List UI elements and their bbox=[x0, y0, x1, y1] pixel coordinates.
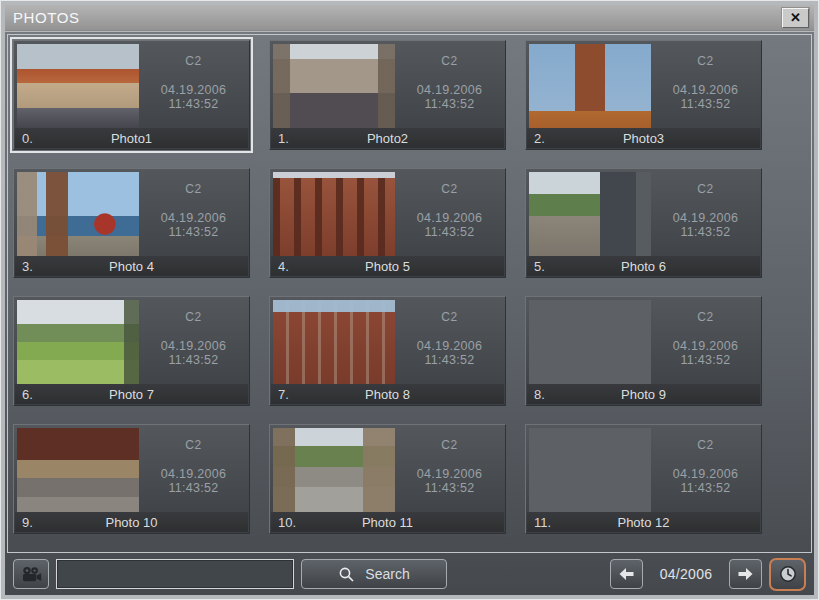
photo-tile[interactable]: C2 04.19.2006 11:43:52 1. Photo2 bbox=[269, 40, 506, 150]
toolbar: Search 04/2006 bbox=[5, 553, 814, 595]
close-button[interactable]: ✕ bbox=[782, 8, 809, 28]
time-view-button[interactable] bbox=[769, 558, 806, 591]
photo-index: 0. bbox=[22, 131, 33, 146]
photo-tile[interactable]: C2 04.19.2006 11:43:52 11. Photo 12 bbox=[525, 424, 762, 534]
photo-thumbnail bbox=[529, 428, 651, 512]
photo-name: Photo 5 bbox=[271, 259, 504, 274]
photo-label-bar: 9. Photo 10 bbox=[15, 512, 248, 532]
photo-info: C2 04.19.2006 11:43:52 bbox=[653, 169, 758, 257]
photo-name: Photo 6 bbox=[527, 259, 760, 274]
photo-tile[interactable]: C2 04.19.2006 11:43:52 0. Photo1 bbox=[13, 40, 250, 150]
window-title: PHOTOS bbox=[13, 9, 80, 26]
photo-tile[interactable]: C2 04.19.2006 11:43:52 3. Photo 4 bbox=[13, 168, 250, 278]
photo-label-bar: 10. Photo 11 bbox=[271, 512, 504, 532]
camera-label: C2 bbox=[397, 54, 502, 68]
photo-label-bar: 2. Photo3 bbox=[527, 128, 760, 148]
photo-time: 11:43:52 bbox=[141, 481, 246, 495]
video-camera-icon bbox=[20, 566, 42, 583]
photo-date: 04.19.2006 bbox=[141, 339, 246, 353]
title-bar: PHOTOS ✕ bbox=[5, 5, 814, 31]
photo-tile[interactable]: C2 04.19.2006 11:43:52 8. Photo 9 bbox=[525, 296, 762, 406]
photo-label-bar: 6. Photo 7 bbox=[15, 384, 248, 404]
photo-tile[interactable]: C2 04.19.2006 11:43:52 6. Photo 7 bbox=[13, 296, 250, 406]
photo-info: C2 04.19.2006 11:43:52 bbox=[653, 425, 758, 513]
photo-name: Photo 12 bbox=[527, 515, 760, 530]
photo-label-bar: 3. Photo 4 bbox=[15, 256, 248, 276]
photo-index: 6. bbox=[22, 387, 33, 402]
photo-index: 4. bbox=[278, 259, 289, 274]
photo-time: 11:43:52 bbox=[653, 225, 758, 239]
search-input[interactable] bbox=[56, 559, 294, 589]
client-area: C2 04.19.2006 11:43:52 0. Photo1 C2 04.1… bbox=[5, 32, 814, 595]
photo-time: 11:43:52 bbox=[397, 353, 502, 367]
photo-info: C2 04.19.2006 11:43:52 bbox=[397, 297, 502, 385]
photo-time: 11:43:52 bbox=[653, 97, 758, 111]
photo-name: Photo1 bbox=[15, 131, 248, 146]
photo-thumbnail bbox=[17, 44, 139, 128]
camera-label: C2 bbox=[653, 182, 758, 196]
photo-thumbnail bbox=[529, 300, 651, 384]
camera-label: C2 bbox=[653, 54, 758, 68]
photo-date: 04.19.2006 bbox=[141, 467, 246, 481]
close-icon: ✕ bbox=[790, 10, 801, 25]
photo-label-bar: 1. Photo2 bbox=[271, 128, 504, 148]
search-button-label: Search bbox=[365, 566, 409, 582]
photo-name: Photo 9 bbox=[527, 387, 760, 402]
photo-thumbnail bbox=[17, 300, 139, 384]
photo-time: 11:43:52 bbox=[141, 97, 246, 111]
photo-date: 04.19.2006 bbox=[397, 211, 502, 225]
photo-name: Photo 4 bbox=[15, 259, 248, 274]
photo-tile[interactable]: C2 04.19.2006 11:43:52 2. Photo3 bbox=[525, 40, 762, 150]
magnifier-icon bbox=[338, 566, 355, 583]
photo-date: 04.19.2006 bbox=[141, 211, 246, 225]
photo-time: 11:43:52 bbox=[141, 225, 246, 239]
arrow-left-icon bbox=[619, 568, 634, 580]
camera-label: C2 bbox=[653, 310, 758, 324]
photo-index: 8. bbox=[534, 387, 545, 402]
photo-date: 04.19.2006 bbox=[141, 83, 246, 97]
photo-index: 11. bbox=[534, 515, 551, 530]
photo-date: 04.19.2006 bbox=[653, 467, 758, 481]
photo-info: C2 04.19.2006 11:43:52 bbox=[653, 297, 758, 385]
photo-tile[interactable]: C2 04.19.2006 11:43:52 4. Photo 5 bbox=[269, 168, 506, 278]
photo-info: C2 04.19.2006 11:43:52 bbox=[397, 41, 502, 129]
photo-index: 7. bbox=[278, 387, 289, 402]
photo-thumbnail bbox=[273, 44, 395, 128]
photo-name: Photo 11 bbox=[271, 515, 504, 530]
photo-name: Photo 10 bbox=[15, 515, 248, 530]
search-button[interactable]: Search bbox=[301, 559, 447, 589]
camera-label: C2 bbox=[653, 438, 758, 452]
photo-info: C2 04.19.2006 11:43:52 bbox=[141, 169, 246, 257]
photo-time: 11:43:52 bbox=[653, 353, 758, 367]
photo-thumbnail bbox=[273, 428, 395, 512]
previous-month-button[interactable] bbox=[610, 559, 643, 589]
photo-info: C2 04.19.2006 11:43:52 bbox=[141, 425, 246, 513]
photo-label-bar: 11. Photo 12 bbox=[527, 512, 760, 532]
next-month-button[interactable] bbox=[729, 559, 762, 589]
photo-info: C2 04.19.2006 11:43:52 bbox=[653, 41, 758, 129]
camera-button[interactable] bbox=[13, 559, 49, 589]
clock-icon bbox=[779, 565, 797, 583]
photo-tile[interactable]: C2 04.19.2006 11:43:52 10. Photo 11 bbox=[269, 424, 506, 534]
photo-index: 2. bbox=[534, 131, 545, 146]
photo-time: 11:43:52 bbox=[397, 481, 502, 495]
photo-thumbnail bbox=[273, 300, 395, 384]
photo-tile[interactable]: C2 04.19.2006 11:43:52 5. Photo 6 bbox=[525, 168, 762, 278]
camera-label: C2 bbox=[141, 310, 246, 324]
camera-label: C2 bbox=[141, 54, 246, 68]
camera-label: C2 bbox=[141, 182, 246, 196]
photo-date: 04.19.2006 bbox=[397, 83, 502, 97]
photo-index: 5. bbox=[534, 259, 545, 274]
photo-time: 11:43:52 bbox=[141, 353, 246, 367]
photo-name: Photo3 bbox=[527, 131, 760, 146]
photo-tile[interactable]: C2 04.19.2006 11:43:52 9. Photo 10 bbox=[13, 424, 250, 534]
camera-label: C2 bbox=[397, 438, 502, 452]
photo-thumbnail bbox=[529, 44, 651, 128]
camera-label: C2 bbox=[397, 182, 502, 196]
photo-thumbnail bbox=[529, 172, 651, 256]
photo-name: Photo 8 bbox=[271, 387, 504, 402]
photo-tile[interactable]: C2 04.19.2006 11:43:52 7. Photo 8 bbox=[269, 296, 506, 406]
photo-index: 10. bbox=[278, 515, 296, 530]
photo-info: C2 04.19.2006 11:43:52 bbox=[141, 297, 246, 385]
photo-time: 11:43:52 bbox=[653, 481, 758, 495]
